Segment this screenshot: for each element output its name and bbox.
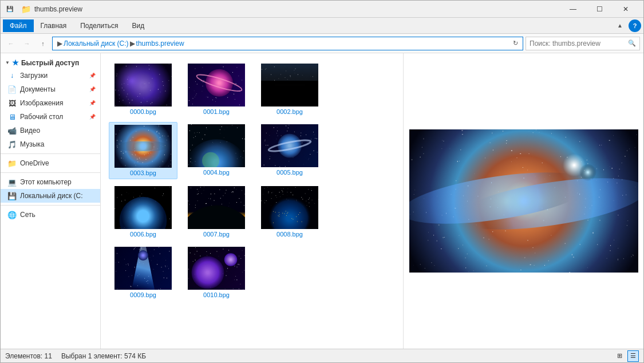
main-area: ▼ ★ Быстрый доступ ↓ Загрузки 📌 📄 Докуме… — [1, 53, 643, 349]
sidebar-label-this-pc: Этот компьютер — [20, 178, 96, 186]
address-refresh-icon[interactable]: ↻ — [513, 40, 518, 47]
sidebar-item-documents[interactable]: 📄 Документы 📌 — [1, 82, 100, 96]
downloads-icon: ↓ — [7, 71, 17, 80]
status-left: Элементов: 11 Выбран 1 элемент: 574 КБ — [5, 352, 146, 360]
file-item-7[interactable]: 0007.bpg — [182, 184, 251, 240]
nav-back-button[interactable]: ← — [4, 37, 18, 50]
menu-help-button[interactable]: ? — [629, 19, 641, 32]
title-bar-left-icons: 💾 — [5, 5, 14, 14]
file-item-5[interactable]: 0005.bpg — [255, 122, 324, 179]
sidebar-item-music[interactable]: 🎵 Музыка — [1, 137, 100, 151]
title-save-icon[interactable]: 💾 — [5, 5, 14, 14]
pin-icon-desktop: 📌 — [89, 114, 96, 120]
sidebar-label-desktop: Рабочий стол — [20, 113, 86, 121]
sidebar-divider-2 — [1, 172, 100, 173]
sidebar-item-local-disk[interactable]: 💾 Локальный диск (C: — [1, 189, 100, 203]
maximize-button[interactable]: ☐ — [586, 1, 613, 18]
file-item-2[interactable]: 0002.bpg — [255, 61, 324, 117]
view-list-button[interactable]: ☰ — [627, 350, 639, 362]
file-item-1[interactable]: 0001.bpg — [182, 61, 251, 117]
sidebar-item-downloads[interactable]: ↓ Загрузки 📌 — [1, 69, 100, 82]
thumb-canvas-9 — [114, 247, 172, 290]
item-count: Элементов: 11 — [5, 352, 52, 360]
sidebar-item-onedrive[interactable]: 📁 OneDrive — [1, 156, 100, 170]
quick-access-header[interactable]: ▼ ★ Быстрый доступ — [1, 57, 100, 69]
onedrive-icon: 📁 — [7, 159, 17, 168]
desktop-icon: 🖥 — [7, 112, 17, 121]
thumb-canvas-5 — [261, 124, 318, 167]
status-right: ⊞ ☰ — [614, 350, 639, 362]
video-icon: 📹 — [7, 126, 17, 135]
menu-home[interactable]: Главная — [34, 19, 74, 32]
file-item-3[interactable]: 0003.bpg — [109, 122, 177, 179]
thumb-canvas-2 — [261, 64, 318, 106]
thumb-canvas-6 — [114, 186, 172, 229]
sidebar-label-onedrive: OneDrive — [20, 159, 96, 167]
network-icon: 🌐 — [7, 210, 17, 219]
thumb-label-1: 0001.bpg — [203, 108, 230, 115]
thumb-label-8: 0008.bpg — [276, 231, 303, 238]
menu-chevron-icon[interactable]: ▲ — [614, 20, 626, 31]
pin-icon-downloads: 📌 — [89, 73, 96, 78]
file-item-8[interactable]: 0008.bpg — [255, 184, 324, 240]
sidebar-divider-3 — [1, 205, 100, 206]
search-input[interactable] — [530, 40, 626, 48]
sidebar-item-video[interactable]: 📹 Видео — [1, 124, 100, 137]
sidebar-item-desktop[interactable]: 🖥 Рабочий стол 📌 — [1, 110, 100, 124]
thumb-label-6: 0006.bpg — [130, 231, 156, 238]
thumb-label-10: 0010.bpg — [203, 291, 230, 298]
path-disk[interactable]: Локальный диск (C:) — [64, 40, 129, 48]
window-controls: — ☐ ✕ — [560, 1, 639, 18]
preview-canvas — [409, 129, 638, 273]
minimize-button[interactable]: — — [560, 1, 586, 18]
sidebar-label-images: Изображения — [20, 99, 86, 107]
window-title: thumbs.preview — [34, 5, 556, 13]
menu-right-icons: ▲ ? — [614, 19, 641, 32]
disk-icon: 💾 — [7, 191, 17, 200]
sidebar-item-this-pc[interactable]: 💻 Этот компьютер — [1, 175, 100, 189]
title-folder-icon: 📁 — [21, 5, 31, 14]
thumb-label-2: 0002.bpg — [276, 108, 303, 115]
file-content: 0000.bpg0001.bpg0002.bpg0003.bpg0004.bpg… — [101, 53, 403, 349]
documents-icon: 📄 — [7, 85, 17, 94]
this-pc-icon: 💻 — [7, 177, 17, 187]
sidebar-label-network: Сеть — [20, 211, 96, 219]
sidebar-label-downloads: Загрузки — [20, 72, 86, 80]
sidebar-item-network[interactable]: 🌐 Сеть — [1, 208, 100, 222]
sidebar-label-video: Видео — [20, 127, 96, 135]
sidebar-item-images[interactable]: 🖼 Изображения 📌 — [1, 96, 100, 110]
file-item-10[interactable]: 0010.bpg — [182, 244, 251, 301]
thumb-canvas-7 — [188, 186, 245, 229]
nav-forward-button[interactable]: → — [20, 37, 34, 50]
title-bar: 💾 📁 thumbs.preview — ☐ ✕ — [1, 1, 643, 18]
selected-info: Выбран 1 элемент: 574 КБ — [61, 352, 146, 360]
nav-up-button[interactable]: ↑ — [36, 37, 50, 50]
file-item-0[interactable]: 0000.bpg — [109, 61, 177, 117]
pin-icon-images: 📌 — [89, 100, 96, 106]
thumb-canvas-3 — [114, 125, 172, 168]
menu-view[interactable]: Вид — [125, 19, 151, 32]
search-icon[interactable]: 🔍 — [628, 40, 636, 47]
music-icon: 🎵 — [7, 140, 17, 149]
sidebar: ▼ ★ Быстрый доступ ↓ Загрузки 📌 📄 Докуме… — [1, 53, 101, 349]
sidebar-label-music: Музыка — [20, 140, 96, 148]
address-input[interactable]: ▶ Локальный диск (C:) ▶ thumbs.preview ↻ — [52, 37, 523, 50]
thumb-canvas-10 — [188, 247, 245, 290]
file-item-9[interactable]: 0009.bpg — [109, 244, 177, 301]
menu-share[interactable]: Поделиться — [73, 19, 125, 32]
search-box: 🔍 — [526, 37, 640, 50]
quick-access-label: Быстрый доступ — [21, 59, 79, 67]
images-icon: 🖼 — [7, 98, 17, 108]
thumb-label-4: 0004.bpg — [203, 169, 230, 176]
view-large-icons-button[interactable]: ⊞ — [614, 350, 625, 362]
sidebar-label-local-disk: Локальный диск (C: — [20, 192, 96, 200]
menu-file[interactable]: Файл — [3, 19, 34, 32]
close-button[interactable]: ✕ — [613, 1, 639, 18]
path-folder[interactable]: thumbs.preview — [136, 40, 184, 48]
file-item-4[interactable]: 0004.bpg — [182, 122, 251, 179]
file-item-6[interactable]: 0006.bpg — [109, 184, 177, 240]
status-bar: Элементов: 11 Выбран 1 элемент: 574 КБ ⊞… — [1, 349, 643, 362]
thumb-label-9: 0009.bpg — [130, 291, 156, 298]
sidebar-divider-1 — [1, 153, 100, 154]
address-bar: ← → ↑ ▶ Локальный диск (C:) ▶ thumbs.pre… — [1, 34, 643, 53]
